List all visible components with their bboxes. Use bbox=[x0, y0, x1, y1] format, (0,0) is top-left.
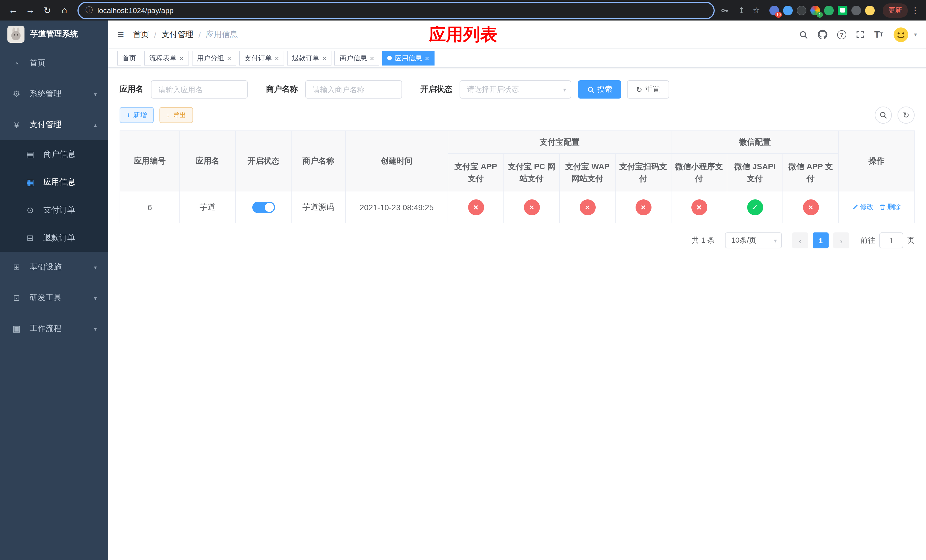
fullscreen-icon[interactable] bbox=[856, 30, 864, 39]
tab-process-form[interactable]: 流程表单 × bbox=[144, 51, 189, 65]
emoji-extension-icon[interactable] bbox=[865, 5, 875, 15]
browser-menu-icon[interactable]: ⋮ bbox=[910, 6, 920, 15]
wechat-extension-icon[interactable] bbox=[824, 5, 834, 15]
address-bar[interactable]: ⓘ localhost:1024/pay/app bbox=[79, 3, 714, 18]
status-select-placeholder: 请选择开启状态 bbox=[467, 84, 519, 95]
app-name-label: 应用名 bbox=[120, 84, 144, 95]
share-icon[interactable]: ↥ bbox=[735, 6, 748, 15]
status-select[interactable]: 请选择开启状态 ▾ bbox=[460, 80, 571, 98]
document-icon: ⊟ bbox=[25, 233, 35, 243]
app-name-input[interactable] bbox=[151, 80, 248, 98]
cell-alipay-qr: × bbox=[615, 191, 671, 223]
search-icon[interactable] bbox=[799, 30, 808, 39]
sidebar-collapse-icon[interactable]: ≡ bbox=[117, 28, 124, 41]
cell-alipay-wap: × bbox=[560, 191, 615, 223]
tab-merchant-info[interactable]: 商户信息 × bbox=[334, 51, 379, 65]
sidebar-item-label: 首页 bbox=[30, 58, 45, 68]
sidebar-item-workflow[interactable]: ▣ 工作流程 ▾ bbox=[0, 313, 108, 344]
tab-refund-order[interactable]: 退款订单 × bbox=[287, 51, 332, 65]
sidebar-item-refund-order[interactable]: ⊟ 退款订单 bbox=[0, 224, 108, 252]
tab-user-group[interactable]: 用户分组 × bbox=[192, 51, 236, 65]
cell-alipay-app: × bbox=[448, 191, 504, 223]
sidebar-item-label: 应用信息 bbox=[43, 177, 75, 187]
app-title: 芋道管理系统 bbox=[30, 29, 78, 39]
goto-page-input[interactable] bbox=[879, 232, 903, 248]
github-icon[interactable] bbox=[818, 30, 828, 39]
channel-status-icon: × bbox=[524, 199, 540, 215]
page-info-icon[interactable]: ⓘ bbox=[85, 5, 93, 15]
pin-extension-icon[interactable] bbox=[851, 5, 861, 15]
close-icon[interactable]: × bbox=[227, 54, 231, 62]
chevron-down-icon: ▾ bbox=[94, 264, 97, 270]
prev-page-button[interactable]: ‹ bbox=[792, 232, 808, 248]
chat-extension-icon[interactable] bbox=[838, 5, 847, 15]
sidebar-item-dev-tools[interactable]: ⊡ 研发工具 ▾ bbox=[0, 283, 108, 313]
profile-avatar-icon[interactable]: 1 bbox=[810, 5, 820, 15]
browser-forward-button[interactable]: → bbox=[23, 3, 38, 18]
breadcrumb-current: 应用信息 bbox=[206, 29, 238, 39]
sidebar-item-home[interactable]: ◔ 首页 bbox=[0, 48, 108, 79]
font-size-icon[interactable]: TT bbox=[874, 29, 883, 39]
toggle-search-button[interactable] bbox=[875, 106, 892, 124]
browser-back-button[interactable]: ← bbox=[6, 3, 21, 18]
sidebar-item-infra[interactable]: ⊞ 基础设施 ▾ bbox=[0, 252, 108, 283]
refresh-table-button[interactable]: ↻ bbox=[897, 106, 915, 124]
sidebar-item-merchant-info[interactable]: ▤ 商户信息 bbox=[0, 140, 108, 168]
tab-pay-order[interactable]: 支付订单 × bbox=[239, 51, 284, 65]
sidebar-item-payment[interactable]: ¥ 支付管理 ▴ bbox=[0, 109, 108, 140]
browser-update-button[interactable]: 更新 bbox=[883, 3, 908, 17]
chevron-down-icon: ▾ bbox=[774, 237, 777, 244]
merchant-name-input[interactable] bbox=[305, 80, 402, 98]
app-logo[interactable]: 芋道管理系统 bbox=[0, 21, 108, 48]
password-key-icon[interactable] bbox=[720, 6, 733, 15]
tab-label: 用户分组 bbox=[197, 53, 224, 63]
reset-button[interactable]: ↻ 重置 bbox=[627, 80, 669, 98]
reset-button-label: 重置 bbox=[645, 84, 660, 95]
close-icon[interactable]: × bbox=[425, 54, 429, 62]
sidebar-item-app-info[interactable]: ▦ 应用信息 bbox=[0, 168, 108, 196]
tab-app-info[interactable]: 应用信息 × bbox=[382, 51, 434, 65]
search-button[interactable]: 搜索 bbox=[578, 80, 621, 98]
help-icon[interactable]: ? bbox=[837, 30, 846, 39]
delete-button[interactable]: 删除 bbox=[879, 202, 901, 212]
next-page-button[interactable]: › bbox=[833, 232, 849, 248]
extensions-puzzle-icon[interactable]: 10 bbox=[769, 5, 779, 15]
page-size-select[interactable]: 10条/页 ▾ bbox=[725, 232, 782, 248]
logo-avatar bbox=[8, 26, 24, 43]
add-button-label: 新增 bbox=[133, 110, 147, 120]
status-toggle[interactable] bbox=[252, 201, 275, 213]
user-avatar[interactable] bbox=[893, 26, 909, 42]
sidebar-item-pay-order[interactable]: ⊙ 支付订单 bbox=[0, 196, 108, 224]
browser-home-button[interactable]: ⌂ bbox=[57, 3, 72, 18]
col-header-created: 创建时间 bbox=[345, 131, 448, 191]
close-icon[interactable]: × bbox=[322, 54, 327, 62]
sidebar-item-label: 系统管理 bbox=[30, 89, 62, 99]
extension-icons: 10 1 bbox=[769, 5, 875, 15]
gear-icon: ⚙ bbox=[11, 89, 22, 99]
breadcrumb-home[interactable]: 首页 bbox=[133, 29, 149, 39]
extension-drop-icon[interactable] bbox=[783, 5, 793, 15]
close-icon[interactable]: × bbox=[370, 54, 374, 62]
sidebar-item-label: 研发工具 bbox=[30, 293, 62, 303]
page-number-1[interactable]: 1 bbox=[813, 232, 829, 248]
sidebar-item-system[interactable]: ⚙ 系统管理 ▾ bbox=[0, 79, 108, 109]
tab-home[interactable]: 首页 bbox=[117, 51, 141, 65]
export-button[interactable]: ↓ 导出 bbox=[159, 107, 193, 123]
extension-dark-icon[interactable] bbox=[797, 5, 806, 15]
browser-reload-button[interactable]: ↻ bbox=[40, 3, 54, 18]
bookmark-star-icon[interactable]: ☆ bbox=[750, 6, 763, 15]
font-size-small: T bbox=[880, 31, 883, 38]
cell-created: 2021-10-23 08:49:25 bbox=[345, 191, 448, 223]
close-icon[interactable]: × bbox=[179, 54, 184, 62]
plus-icon: + bbox=[126, 111, 130, 119]
add-button[interactable]: + 新增 bbox=[120, 107, 154, 123]
avatar-caret-icon[interactable]: ▾ bbox=[914, 31, 917, 38]
breadcrumb-payment[interactable]: 支付管理 bbox=[162, 29, 193, 39]
pencil-icon bbox=[852, 204, 858, 210]
col-header-wx-app: 微信 APP 支付 bbox=[783, 153, 838, 191]
chevron-down-icon: ▾ bbox=[563, 86, 566, 92]
edit-button[interactable]: 修改 bbox=[852, 202, 874, 212]
chevron-down-icon: ▾ bbox=[94, 295, 97, 301]
close-icon[interactable]: × bbox=[274, 54, 279, 62]
col-header-alipay-app: 支付宝 APP 支付 bbox=[448, 153, 504, 191]
